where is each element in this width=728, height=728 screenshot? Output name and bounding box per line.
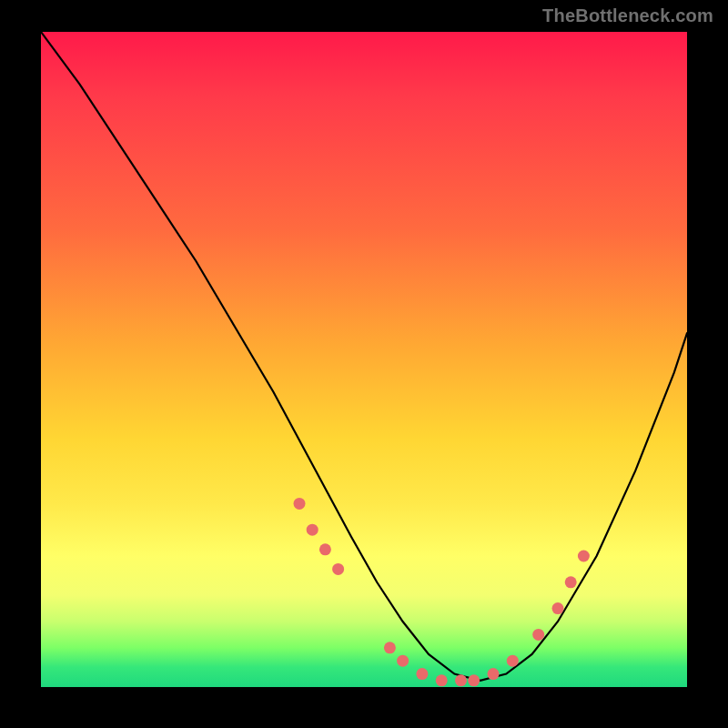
highlight-dot	[332, 563, 344, 575]
highlight-dot	[488, 668, 500, 680]
highlight-dot	[397, 655, 409, 667]
highlight-dot	[455, 674, 467, 686]
highlight-dot	[532, 629, 544, 641]
highlight-dot	[384, 642, 396, 653]
highlight-dot	[578, 551, 590, 562]
chart-frame: TheBottleneck.com	[0, 0, 728, 728]
bottleneck-curve	[41, 32, 687, 681]
highlight-dot	[416, 668, 428, 680]
highlight-dot	[319, 543, 331, 555]
bottleneck-curve-svg	[41, 32, 687, 687]
highlight-dot	[565, 576, 577, 588]
highlight-dot	[436, 674, 448, 686]
highlight-dot	[468, 674, 480, 686]
highlight-dots-group	[294, 498, 590, 686]
plot-area	[41, 32, 687, 687]
highlight-dot	[294, 498, 306, 510]
highlight-dot	[507, 655, 519, 667]
watermark-text: TheBottleneck.com	[542, 5, 713, 26]
highlight-dot	[307, 524, 318, 536]
highlight-dot	[552, 602, 564, 614]
